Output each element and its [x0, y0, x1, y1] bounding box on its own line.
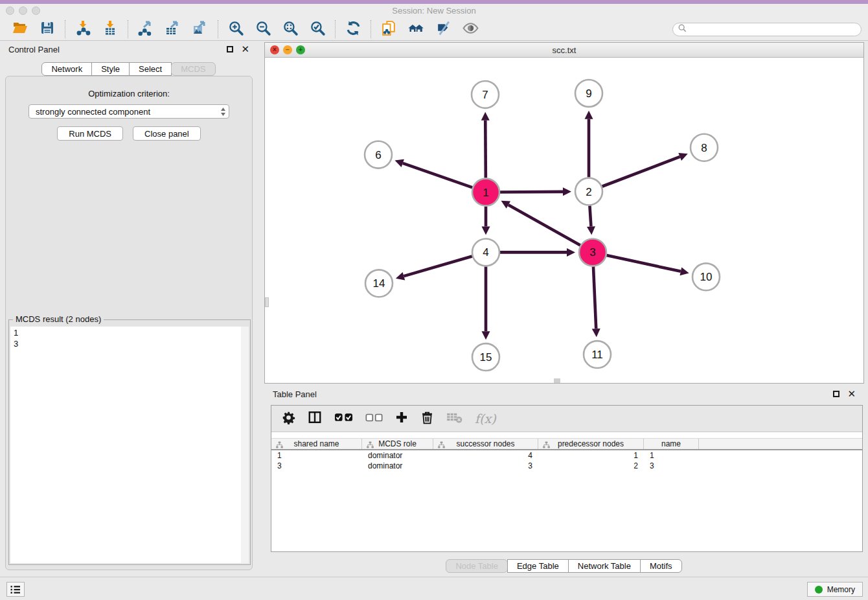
table-cell[interactable]: 3	[271, 461, 362, 470]
column-split-button[interactable]	[308, 409, 322, 428]
svg-text:2: 2	[586, 186, 591, 198]
network-window-controls: × − +	[270, 45, 305, 54]
control-tab-network[interactable]: Network	[41, 62, 92, 76]
close-panel-button[interactable]: Close panel	[133, 126, 201, 141]
svg-text:14: 14	[373, 277, 385, 290]
table-cell[interactable]: dominator	[362, 451, 433, 460]
network-close-button[interactable]: ×	[270, 45, 279, 54]
float-panel-icon[interactable]	[227, 46, 233, 52]
float-table-panel-icon[interactable]	[833, 391, 839, 397]
add-column-button[interactable]	[395, 409, 408, 428]
graph-node-3[interactable]: 3	[579, 238, 606, 266]
table-cell[interactable]: 3	[644, 461, 699, 470]
export-image-button[interactable]	[190, 20, 210, 38]
graph-node-1[interactable]: 1	[472, 179, 499, 206]
edge-1-7[interactable]	[485, 121, 486, 178]
network-graph: 7968124314101511	[265, 58, 863, 383]
table-tab-motifs[interactable]: Motifs	[640, 559, 682, 573]
search-input[interactable]	[691, 24, 856, 34]
delete-column-button[interactable]	[420, 409, 434, 428]
graph-node-2[interactable]: 2	[575, 178, 602, 205]
deselect-all-icon	[365, 413, 383, 425]
control-tab-style[interactable]: Style	[91, 62, 130, 76]
result-scrollbar[interactable]	[240, 327, 249, 563]
table-cell[interactable]: dominator	[362, 461, 433, 470]
graph-node-15[interactable]: 15	[472, 343, 499, 371]
control-tab-mcds[interactable]: MCDS	[171, 62, 215, 76]
column-header-shared-name[interactable]: shared name	[271, 439, 362, 449]
edge-arrow-2-3	[587, 226, 595, 235]
export-network-button[interactable]	[136, 20, 155, 38]
graph-node-6[interactable]: 6	[365, 141, 392, 168]
column-header-predecessor-nodes[interactable]: predecessor nodes	[538, 439, 644, 449]
import-table-button[interactable]	[100, 20, 120, 38]
graph-node-10[interactable]: 10	[692, 263, 720, 290]
deselect-all-button[interactable]	[365, 409, 383, 428]
edge-2-8[interactable]	[602, 157, 680, 187]
memory-button[interactable]: Memory	[807, 582, 863, 597]
control-panel-tabs: NetworkStyleSelectMCDS	[0, 62, 258, 76]
mcds-result-text[interactable]: 1 3	[10, 327, 240, 563]
search-box[interactable]	[672, 23, 862, 36]
table-tab-network-table[interactable]: Network Table	[568, 559, 641, 573]
splitter-handle-left[interactable]	[265, 297, 269, 307]
graph-node-9[interactable]: 9	[575, 80, 602, 107]
table-tab-node-table[interactable]: Node Table	[446, 559, 508, 573]
network-canvas[interactable]: 7968124314101511	[265, 58, 863, 383]
gear-button[interactable]	[282, 409, 295, 428]
control-tab-select[interactable]: Select	[129, 62, 172, 76]
close-table-panel-icon[interactable]: ✕	[847, 391, 856, 397]
table-panel-title: Table Panel	[273, 389, 317, 399]
table-cell[interactable]: 4	[433, 451, 538, 460]
zoom-fit-icon	[282, 20, 299, 39]
zoom-out-button[interactable]	[253, 20, 273, 38]
zoom-in-button[interactable]	[226, 20, 246, 38]
edge-1-6[interactable]	[403, 163, 472, 187]
zoom-fit-button[interactable]	[280, 20, 300, 38]
edge-1-2[interactable]	[500, 192, 563, 192]
copy-network-button[interactable]	[379, 20, 398, 38]
window-title: Session: New Session	[0, 6, 868, 16]
network-zoom-button[interactable]: +	[296, 45, 305, 54]
table-cell[interactable]: 1	[644, 451, 699, 460]
close-panel-icon[interactable]: ✕	[241, 46, 249, 52]
table-cell[interactable]: 1	[271, 451, 362, 460]
run-mcds-button[interactable]: Run MCDS	[57, 126, 123, 141]
task-history-button[interactable]	[6, 582, 25, 597]
edge-3-11[interactable]	[593, 266, 596, 329]
network-window-titlebar[interactable]: × − + scc.txt	[265, 43, 863, 58]
edge-4-14[interactable]	[404, 257, 472, 277]
zoom-selected-button[interactable]	[308, 20, 327, 38]
refresh-button[interactable]	[343, 20, 363, 38]
column-header-successor-nodes[interactable]: successor nodes	[433, 439, 538, 449]
svg-text:7: 7	[482, 89, 488, 101]
table-cell[interactable]: 1	[538, 451, 644, 460]
export-table-button[interactable]	[163, 20, 183, 38]
table-tab-edge-table[interactable]: Edge Table	[507, 559, 569, 573]
eye-button[interactable]	[461, 20, 480, 38]
network-minimize-button[interactable]: −	[283, 45, 292, 54]
column-header-name[interactable]: name	[644, 439, 699, 449]
application-window: Session: New Session Control Panel ✕ Net…	[0, 0, 868, 600]
graph-node-11[interactable]: 11	[584, 341, 611, 368]
graph-node-4[interactable]: 4	[472, 238, 499, 266]
table-cell[interactable]: 2	[538, 461, 644, 470]
edge-2-3[interactable]	[589, 206, 591, 227]
optimization-criterion-select[interactable]: strongly connected component	[29, 104, 229, 119]
table-row: 3dominator323	[271, 461, 862, 471]
splitter-handle-bottom[interactable]	[554, 378, 560, 383]
select-all-icon	[334, 412, 353, 425]
select-all-button[interactable]	[334, 409, 353, 428]
column-header-MCDS-role[interactable]: MCDS role	[362, 439, 433, 449]
graph-node-14[interactable]: 14	[365, 270, 393, 297]
import-network-button[interactable]	[73, 20, 93, 38]
home-button[interactable]	[406, 20, 426, 38]
table-cell[interactable]: 3	[433, 461, 538, 470]
open-session-button[interactable]	[10, 20, 30, 38]
edge-3-1[interactable]	[508, 205, 580, 245]
graph-node-7[interactable]: 7	[472, 81, 499, 108]
save-session-button[interactable]	[38, 20, 57, 38]
hide-labels-button[interactable]	[433, 20, 453, 38]
graph-node-8[interactable]: 8	[691, 134, 718, 161]
edge-3-10[interactable]	[606, 255, 680, 271]
